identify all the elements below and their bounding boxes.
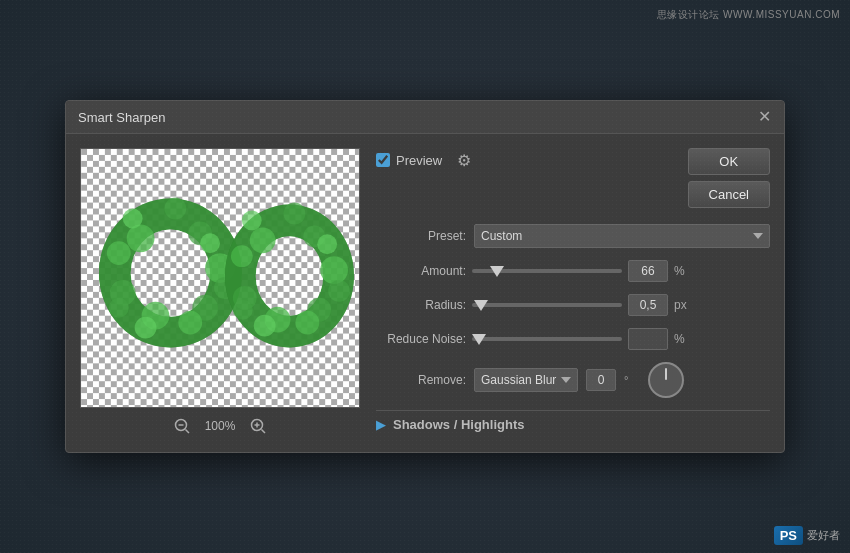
dialog-titlebar: Smart Sharpen ✕ bbox=[66, 101, 784, 134]
preset-label: Preset: bbox=[376, 229, 466, 243]
reduce-noise-slider[interactable] bbox=[472, 337, 622, 341]
amount-slider-container bbox=[472, 261, 622, 281]
smart-sharpen-dialog: Smart Sharpen ✕ bbox=[65, 100, 785, 453]
radius-input[interactable]: 0,5 bbox=[628, 294, 668, 316]
watermark-bottom: PS 爱好者 bbox=[774, 526, 840, 545]
angle-unit: ° bbox=[624, 374, 640, 386]
shadows-highlights-label: Shadows / Highlights bbox=[393, 417, 524, 432]
watermark-top: 思缘设计论坛 WWW.MISSYUAN.COM bbox=[657, 8, 840, 22]
remove-select[interactable]: Gaussian Blur Lens Blur Motion Blur bbox=[474, 368, 578, 392]
amount-unit: % bbox=[674, 264, 690, 278]
svg-line-45 bbox=[262, 430, 266, 434]
angle-input[interactable]: 0 bbox=[586, 369, 616, 391]
remove-label: Remove: bbox=[376, 373, 466, 387]
cancel-button[interactable]: Cancel bbox=[688, 181, 770, 208]
svg-point-9 bbox=[127, 224, 155, 252]
ok-button[interactable]: OK bbox=[688, 148, 770, 175]
ps-bottom-text: 爱好者 bbox=[807, 528, 840, 543]
reduce-noise-row: Reduce Noise: % bbox=[376, 328, 770, 350]
radius-row: Radius: 0,5 px bbox=[376, 294, 770, 316]
preview-checkbox[interactable] bbox=[376, 153, 390, 167]
amount-input[interactable]: 66 bbox=[628, 260, 668, 282]
reduce-noise-unit: % bbox=[674, 332, 690, 346]
gear-button[interactable]: ⚙ bbox=[452, 148, 476, 172]
preview-canvas[interactable] bbox=[80, 148, 360, 408]
preset-row: Preset: Custom Default Sharpening (High)… bbox=[376, 224, 770, 248]
svg-point-36 bbox=[317, 234, 337, 254]
remove-row: Remove: Gaussian Blur Lens Blur Motion B… bbox=[376, 362, 770, 398]
svg-point-38 bbox=[295, 311, 319, 335]
svg-point-33 bbox=[231, 245, 253, 267]
angle-dial[interactable] bbox=[648, 362, 684, 398]
svg-point-29 bbox=[320, 256, 348, 284]
preview-label: Preview bbox=[396, 153, 442, 168]
zoom-in-button[interactable] bbox=[248, 416, 268, 436]
dialog-title: Smart Sharpen bbox=[78, 110, 165, 125]
amount-label: Amount: bbox=[376, 264, 466, 278]
preview-panel: 100% bbox=[80, 148, 360, 438]
reduce-noise-slider-container bbox=[472, 329, 622, 349]
preview-controls: 100% bbox=[172, 416, 268, 436]
svg-point-34 bbox=[242, 211, 262, 231]
ps-badge: PS bbox=[774, 526, 803, 545]
svg-point-40 bbox=[233, 300, 253, 320]
settings-panel: Preview ⚙ OK Cancel Preset: Custom Defau… bbox=[376, 148, 770, 438]
preview-checkbox-row: Preview bbox=[376, 153, 442, 168]
preset-select[interactable]: Custom Default Sharpening (High) Sharpen… bbox=[474, 224, 770, 248]
svg-point-21 bbox=[135, 317, 157, 339]
svg-point-16 bbox=[123, 209, 143, 229]
toggle-arrow-icon: ▶ bbox=[376, 418, 385, 432]
reduce-noise-label: Reduce Noise: bbox=[376, 332, 466, 346]
svg-point-15 bbox=[107, 241, 131, 265]
close-button[interactable]: ✕ bbox=[756, 109, 772, 125]
radius-unit: px bbox=[674, 298, 690, 312]
svg-point-37 bbox=[328, 280, 350, 302]
zoom-level: 100% bbox=[202, 419, 238, 433]
dialog-body: 100% Preview bbox=[66, 134, 784, 452]
reduce-noise-input[interactable] bbox=[628, 328, 668, 350]
svg-point-27 bbox=[250, 227, 276, 253]
svg-line-42 bbox=[186, 430, 190, 434]
action-buttons: OK Cancel bbox=[688, 148, 770, 208]
radius-slider[interactable] bbox=[472, 303, 622, 307]
svg-point-22 bbox=[109, 298, 129, 318]
radius-label: Radius: bbox=[376, 298, 466, 312]
svg-point-17 bbox=[164, 198, 186, 220]
zoom-out-button[interactable] bbox=[172, 416, 192, 436]
top-controls: Preview ⚙ OK Cancel bbox=[376, 148, 770, 208]
radius-slider-container bbox=[472, 295, 622, 315]
svg-point-20 bbox=[178, 311, 202, 335]
amount-row: Amount: 66 % bbox=[376, 260, 770, 282]
svg-point-18 bbox=[200, 233, 220, 253]
svg-point-39 bbox=[254, 315, 276, 337]
amount-slider[interactable] bbox=[472, 269, 622, 273]
shadows-highlights-toggle[interactable]: ▶ Shadows / Highlights bbox=[376, 410, 770, 438]
svg-point-35 bbox=[284, 203, 306, 225]
